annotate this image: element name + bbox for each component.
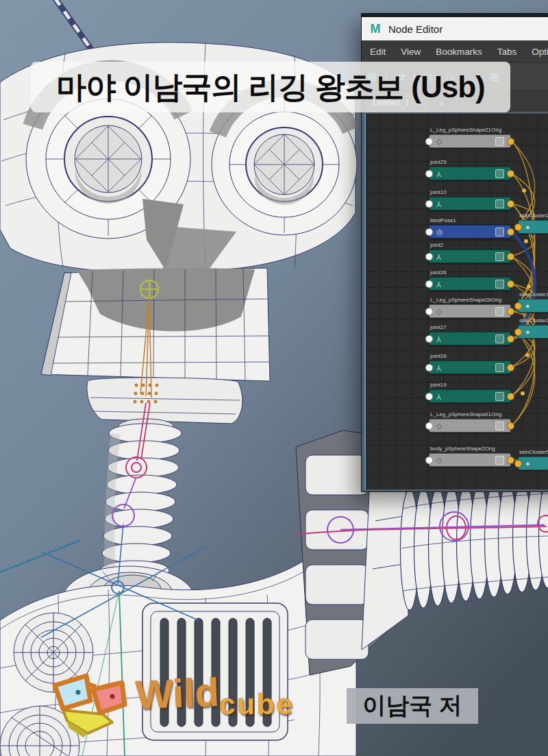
joint-icon: Y (436, 364, 441, 371)
graph-node[interactable]: joint28Y (429, 361, 511, 374)
book-cover: M Node Editor EditViewBookmarksTabsOptio… (0, 0, 548, 756)
node-mode-box[interactable] (495, 228, 504, 236)
output-port[interactable] (507, 200, 514, 208)
node-mode-box[interactable] (495, 252, 504, 261)
input-port[interactable] (425, 280, 433, 288)
input-port[interactable] (514, 460, 522, 467)
output-port[interactable] (507, 456, 514, 464)
node-bar-skincluster[interactable]: ● (518, 325, 548, 339)
input-port[interactable] (514, 223, 522, 231)
maya-logo-icon: M (369, 22, 382, 36)
input-port[interactable] (425, 200, 433, 208)
node-mode-box[interactable] (495, 422, 504, 430)
author-badge: 이남국 저 (347, 688, 478, 724)
graph-node[interactable]: skinCluster26● (518, 325, 548, 339)
node-label: body_pSphereShape2Orig (430, 446, 495, 452)
node-mode-box[interactable] (495, 280, 504, 289)
node-label: joint28 (430, 353, 447, 359)
graph-node[interactable]: L_Leg_pSphereShape26Orig◇ (429, 304, 511, 318)
output-port[interactable] (507, 253, 514, 260)
graph-node[interactable]: joint27Y (429, 332, 511, 345)
node-label: joint27 (430, 324, 447, 330)
node-bar-skincluster[interactable]: ● (518, 299, 548, 313)
node-bar-mesh[interactable]: ◇ (429, 304, 511, 318)
menu-edit[interactable]: Edit (370, 47, 386, 57)
graph-node[interactable]: body_pSphereShape2Orig◇ (429, 453, 511, 467)
graph-node[interactable]: L_Leg_pSphereShape21Orig◇ (429, 134, 511, 148)
node-label: joint10 (430, 189, 447, 195)
skincluster-icon: ● (525, 328, 530, 336)
output-port[interactable] (507, 170, 514, 178)
node-mode-box[interactable] (495, 137, 504, 146)
logo-word-cube: cube (219, 688, 295, 721)
input-port[interactable] (425, 456, 433, 464)
logo-word-wild: Wild (135, 669, 220, 718)
graph-node[interactable]: bindPose1◎ (429, 225, 511, 239)
graph-node[interactable]: joint26Y (429, 277, 511, 291)
node-bar-joint[interactable]: Y (429, 277, 511, 291)
bindpose-icon: ◎ (436, 228, 443, 236)
graph-area[interactable]: L_Leg_pSphereShape21Orig◇joint25Yjoint10… (362, 112, 548, 491)
output-port[interactable] (507, 280, 514, 288)
output-port[interactable] (507, 364, 514, 371)
output-port[interactable] (507, 393, 514, 400)
node-bar-mesh[interactable]: ◇ (429, 134, 511, 148)
node-label: joint25 (430, 159, 447, 165)
node-bar-joint[interactable]: Y (429, 197, 511, 210)
output-port[interactable] (507, 138, 514, 145)
window-title: Node Editor (388, 23, 443, 35)
node-bar-joint[interactable]: Y (429, 249, 511, 263)
menu-options[interactable]: Options (532, 47, 548, 57)
input-port[interactable] (425, 364, 433, 371)
graph-node[interactable]: skinCluster16● (518, 299, 548, 313)
output-port[interactable] (507, 228, 514, 236)
wildcube-mascot-icon (49, 670, 132, 739)
input-port[interactable] (425, 228, 433, 236)
node-mode-box[interactable] (495, 199, 504, 208)
window-titlebar[interactable]: M Node Editor (362, 17, 548, 40)
graph-node[interactable]: joint19Y (429, 389, 511, 403)
input-port[interactable] (514, 302, 522, 310)
output-port[interactable] (507, 335, 514, 343)
input-port[interactable] (425, 335, 433, 343)
graph-node[interactable]: skinCluster26● (518, 220, 548, 234)
node-mode-box[interactable] (495, 307, 504, 316)
node-mode-box[interactable] (495, 169, 504, 178)
node-bar-joint[interactable]: Y (429, 167, 511, 180)
node-mode-box[interactable] (495, 363, 504, 372)
input-port[interactable] (514, 328, 522, 336)
output-port[interactable] (507, 422, 514, 430)
node-bar-bindpose[interactable]: ◎ (429, 225, 511, 239)
node-label: L_Leg_pSphereShape26Orig (430, 297, 501, 303)
node-label: joint2 (430, 242, 443, 248)
graph-node[interactable]: joint25Y (429, 167, 511, 180)
input-port[interactable] (425, 138, 433, 145)
node-bar-joint[interactable]: Y (429, 332, 511, 345)
input-port[interactable] (425, 253, 433, 260)
menu-bookmarks[interactable]: Bookmarks (436, 47, 482, 57)
node-bar-skincluster[interactable]: ● (518, 220, 548, 234)
graph-node[interactable]: joint2Y (429, 249, 511, 263)
menu-view[interactable]: View (401, 47, 421, 57)
joint-icon: Y (436, 170, 441, 178)
graph-node[interactable]: joint10Y (429, 197, 511, 210)
node-bar-mesh[interactable]: ◇ (429, 453, 511, 467)
node-bar-joint[interactable]: Y (429, 361, 511, 374)
input-port[interactable] (425, 393, 433, 400)
menu-tabs[interactable]: Tabs (497, 47, 517, 57)
node-bar-joint[interactable]: Y (429, 389, 511, 403)
node-label: skinCluster5 (519, 449, 548, 455)
node-mode-box[interactable] (495, 392, 504, 401)
node-mode-box[interactable] (495, 456, 504, 465)
graph-node[interactable]: skinCluster5● (518, 456, 548, 470)
node-mode-box[interactable] (495, 334, 504, 343)
node-bar-skincluster[interactable]: ● (518, 456, 548, 470)
node-bar-mesh[interactable]: ◇ (429, 419, 511, 432)
node-label: skinCluster26 (519, 212, 548, 219)
output-port[interactable] (507, 308, 514, 315)
node-label: skinCluster26 (519, 317, 548, 324)
input-port[interactable] (425, 170, 433, 178)
input-port[interactable] (425, 422, 433, 430)
graph-node[interactable]: L_Leg_pSphereShape61Orig◇ (429, 419, 511, 432)
input-port[interactable] (425, 308, 433, 315)
